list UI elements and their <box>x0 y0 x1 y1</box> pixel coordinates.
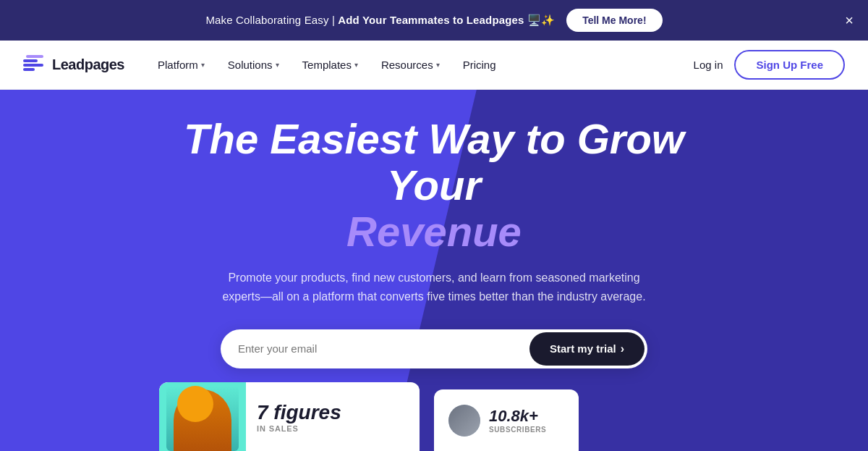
leadpages-logo-icon <box>23 55 46 75</box>
hero-content: The Easiest Way to Grow Your Revenue Pro… <box>152 116 716 368</box>
stats-card-subscribers: 10.8k+ SUBSCRIBERS <box>434 389 579 451</box>
svg-rect-3 <box>26 55 43 58</box>
nav-links: Platform ▾ Solutions ▾ Templates ▾ Resou… <box>148 53 694 77</box>
hero-section: The Easiest Way to Grow Your Revenue Pro… <box>0 90 868 451</box>
subscriber-count: 10.8k+ <box>489 407 546 426</box>
logo-link[interactable]: Leadpages <box>23 55 124 75</box>
nav-right: Log in Sign Up Free <box>694 50 845 80</box>
email-form: Start my trial › <box>221 329 647 368</box>
nav-item-templates[interactable]: Templates ▾ <box>292 53 368 77</box>
nav-item-pricing[interactable]: Pricing <box>453 53 506 77</box>
sales-figure: 7 figures <box>257 401 341 424</box>
subscriber-stats: 10.8k+ SUBSCRIBERS <box>489 407 546 434</box>
person-image <box>166 386 239 451</box>
signup-button[interactable]: Sign Up Free <box>734 50 845 80</box>
card-stats-sales: 7 figures IN SALES <box>257 401 341 433</box>
nav-item-resources[interactable]: Resources ▾ <box>371 53 450 77</box>
svg-rect-1 <box>23 64 43 67</box>
logo-text: Leadpages <box>52 56 124 73</box>
subscriber-label: SUBSCRIBERS <box>489 426 546 434</box>
login-button[interactable]: Log in <box>694 59 723 71</box>
arrow-icon: › <box>621 342 624 355</box>
hero-title: The Easiest Way to Grow Your Revenue <box>166 116 702 254</box>
announcement-bar: Make Collaborating Easy | Add Your Teamm… <box>0 0 868 41</box>
close-announcement-button[interactable]: × <box>845 13 854 28</box>
avatar <box>448 405 480 437</box>
svg-rect-2 <box>23 68 35 71</box>
hero-subtitle: Promote your products, find new customer… <box>217 269 651 305</box>
start-trial-button[interactable]: Start my trial › <box>529 332 644 366</box>
chevron-down-icon: ▾ <box>436 61 440 69</box>
navbar: Leadpages Platform ▾ Solutions ▾ Templat… <box>0 41 868 90</box>
chevron-down-icon: ▾ <box>201 61 205 69</box>
svg-rect-0 <box>23 59 38 62</box>
chevron-down-icon: ▾ <box>276 61 279 69</box>
sales-label: IN SALES <box>257 424 341 433</box>
nav-item-solutions[interactable]: Solutions ▾ <box>218 53 289 77</box>
email-input[interactable] <box>221 331 527 366</box>
tell-me-more-button[interactable]: Tell Me More! <box>566 9 662 32</box>
stats-card-sales: 7 figures IN SALES <box>159 382 420 451</box>
nav-item-platform[interactable]: Platform ▾ <box>148 53 215 77</box>
chevron-down-icon: ▾ <box>354 61 358 69</box>
bottom-cards: 7 figures IN SALES 10.8k+ SUBSCRIBERS <box>0 382 868 451</box>
announcement-text: Make Collaborating Easy | Add Your Teamm… <box>205 14 555 27</box>
